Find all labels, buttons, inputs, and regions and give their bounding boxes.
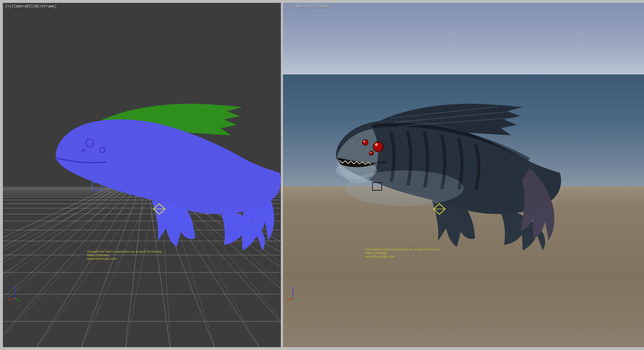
viewport-menu-shading[interactable]: [Wireframe]	[33, 4, 57, 8]
watermark-line3: www.fritzstudio.com	[87, 257, 162, 261]
fish-model-shaded[interactable]	[283, 3, 562, 347]
x-axis-line	[287, 298, 293, 300]
world-axis-tripod: z	[285, 285, 302, 305]
z-axis-label: z	[14, 286, 15, 289]
viewport-menu-general[interactable]: [+]	[285, 4, 292, 8]
axis-tripod-icon: z	[285, 285, 302, 303]
viewport-label-wireframe: [+][Camera01][Wireframe]	[5, 4, 57, 8]
fish-wire-texture	[56, 119, 281, 214]
z-axis-label: z	[292, 286, 293, 289]
viewport-menu-general[interactable]: [+]	[5, 4, 11, 8]
y-axis-line	[293, 298, 298, 302]
axis-tripod-icon: z	[7, 285, 24, 303]
world-axis-tripod: z	[7, 285, 24, 305]
x-axis-line	[9, 298, 15, 300]
fish-model-wireframe[interactable]	[3, 3, 281, 347]
viewport-shaded[interactable]: Created for Intel Corporation as a work …	[283, 3, 644, 347]
viewport-menu-shading[interactable]: [Shaded]	[313, 4, 330, 8]
watermark-text: Created for Intel Corporation as a work …	[365, 248, 440, 258]
watermark-line3: www.fritzstudio.com	[365, 255, 440, 258]
y-axis-line	[15, 298, 20, 302]
viewport-menu-pov[interactable]: [Camera01]	[292, 4, 313, 8]
viewport-wireframe[interactable]: Created for Intel Corporation as a work …	[3, 3, 281, 347]
viewport-label-shaded: [+][Camera01][Shaded]	[285, 4, 330, 8]
watermark-text: Created for Intel Corporation as a work …	[87, 250, 162, 261]
viewport-menu-pov[interactable]: [Camera01]	[11, 4, 33, 8]
viewport-frame: Created for Intel Corporation as a work …	[0, 0, 644, 350]
